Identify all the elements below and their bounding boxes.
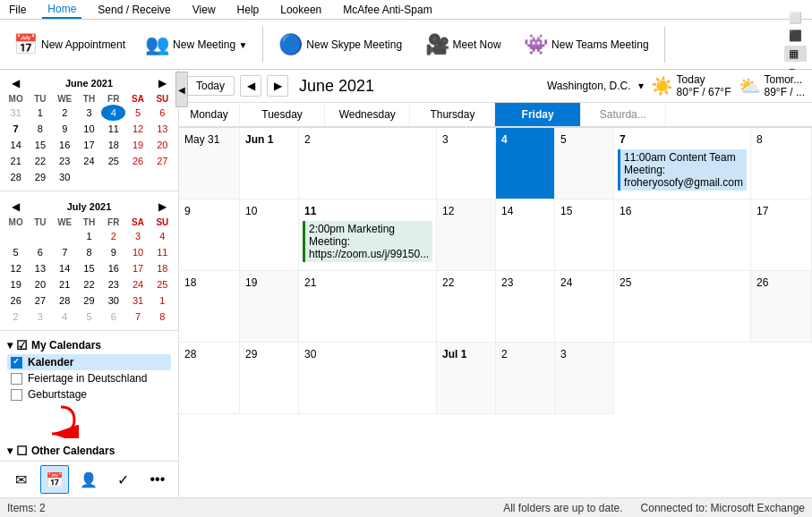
mini-date[interactable]: 26 (4, 292, 28, 309)
calendar-view-week-btn[interactable]: ⬛ (784, 28, 807, 44)
mini-date[interactable]: 7 (53, 244, 77, 260)
mini-date[interactable]: 4 (53, 309, 77, 325)
mini-date[interactable]: 8 (77, 244, 101, 260)
menu-home[interactable]: Home (42, 1, 81, 19)
menu-help[interactable]: Help (232, 2, 265, 18)
event-content-team[interactable]: 11:00am Content Team Meeting: froheryoso… (618, 149, 747, 191)
mini-date[interactable]: 25 (150, 276, 175, 292)
mini-date[interactable]: 14 (53, 260, 77, 276)
mini-date[interactable]: 5 (77, 309, 101, 325)
mini-date[interactable]: 14 (4, 137, 28, 153)
new-meeting-button[interactable]: 👥 New Meeting ▼ (137, 29, 255, 61)
cell-jul2[interactable]: 2 (496, 343, 555, 414)
today-button[interactable]: Today (186, 76, 235, 96)
mini-date[interactable]: 19 (4, 276, 28, 292)
cell-jun1[interactable]: Jun 1 (240, 128, 299, 199)
mini-date[interactable]: 3 (125, 228, 150, 244)
mini-date[interactable]: 12 (4, 260, 28, 276)
mini-date[interactable]: 1 (28, 105, 52, 121)
mini-date[interactable]: 10 (125, 244, 150, 260)
mini-date[interactable]: 11 (101, 121, 125, 137)
mini-date[interactable]: 8 (28, 121, 52, 137)
mini-date[interactable]: 6 (28, 244, 52, 260)
geburtstage-calendar-item[interactable]: Geburtstage (7, 386, 171, 403)
mini-date[interactable]: 7 (4, 121, 28, 137)
mini-date[interactable]: 15 (77, 260, 101, 276)
cell-jun30[interactable]: 30 (299, 343, 437, 414)
feiertage-checkbox[interactable] (11, 373, 22, 385)
mini-date-today[interactable]: 4 (101, 105, 125, 121)
mini-date[interactable]: 22 (77, 276, 101, 292)
my-calendars-header[interactable]: ▾ ☑ My Calendars (7, 336, 171, 354)
mini-date[interactable]: 8 (150, 309, 175, 325)
mini-date[interactable]: 16 (101, 260, 125, 276)
mini-date[interactable]: 31 (4, 105, 28, 121)
cell-jun12[interactable]: 12 (437, 199, 496, 271)
mini-date[interactable]: 13 (150, 121, 175, 137)
cell-jun28[interactable]: 28 (179, 343, 240, 414)
mini-date[interactable]: 6 (150, 105, 175, 121)
cell-may31[interactable]: May 31 (179, 128, 240, 199)
mini-date[interactable]: 7 (125, 309, 150, 325)
calendar-view-month-btn[interactable]: ▦ (784, 46, 807, 62)
feiertage-calendar-item[interactable]: Feiertage in Deutschland (7, 370, 171, 386)
mini-date[interactable]: 17 (77, 137, 101, 153)
mini-date[interactable]: 24 (77, 153, 101, 169)
mini-date[interactable]: 2 (4, 309, 28, 325)
menu-file[interactable]: File (4, 2, 31, 18)
menu-send-receive[interactable]: Send / Receive (92, 2, 175, 18)
cell-jul1[interactable]: Jul 1 (437, 343, 496, 414)
july-next-btn[interactable]: ▶ (155, 199, 171, 215)
mail-nav-btn[interactable]: ✉ (6, 465, 35, 494)
menu-mcafee[interactable]: McAfee Anti-Spam (338, 2, 437, 18)
cell-jun14[interactable]: 14 (496, 199, 555, 271)
mini-date[interactable]: 31 (125, 292, 150, 309)
cell-jun11[interactable]: 11 2:00pm Marketing Meeting: https://zoo… (299, 199, 437, 271)
july-prev-btn[interactable]: ◀ (7, 199, 23, 215)
cell-jun3[interactable]: 3 (437, 128, 496, 199)
cell-jun2[interactable]: 2 (299, 128, 437, 199)
tasks-nav-btn[interactable]: ✓ (109, 465, 138, 494)
cell-jun8[interactable]: 8 (751, 128, 812, 199)
new-teams-button[interactable]: 👾 New Teams Meeting (516, 29, 657, 61)
cell-jun15[interactable]: 15 (555, 199, 614, 271)
mini-date[interactable]: 5 (125, 105, 150, 121)
meet-now-button[interactable]: 🎥 Meet Now (414, 29, 512, 61)
cell-jun23[interactable]: 23 (496, 271, 555, 343)
calendar-view-day-btn[interactable]: ⬜ (784, 10, 807, 26)
event-marketing[interactable]: 2:00pm Marketing Meeting: https://zoom.u… (303, 221, 432, 262)
mini-date[interactable]: 9 (101, 244, 125, 260)
mini-date[interactable]: 13 (28, 260, 52, 276)
cell-jun5[interactable]: 5 (555, 128, 614, 199)
cell-jun7[interactable]: 7 11:00am Content Team Meeting: froheryo… (614, 128, 751, 199)
menu-view[interactable]: View (187, 2, 221, 18)
cell-jun16[interactable]: 16 (614, 199, 751, 271)
cell-jun4[interactable]: 4 (496, 128, 555, 199)
cell-jun9[interactable]: 9 (179, 199, 240, 271)
cell-jun19[interactable]: 19 (240, 271, 299, 343)
mini-date[interactable]: 28 (4, 169, 28, 185)
mini-date[interactable]: 26 (125, 153, 150, 169)
mini-date[interactable]: 10 (77, 121, 101, 137)
mini-date[interactable]: 5 (4, 244, 28, 260)
mini-date[interactable]: 18 (101, 137, 125, 153)
kalender-calendar-item[interactable]: Kalender (7, 354, 171, 370)
mini-date[interactable]: 22 (28, 153, 52, 169)
mini-date[interactable]: 1 (77, 228, 101, 244)
cell-jun21[interactable]: 21 (299, 271, 437, 343)
other-calendars-header[interactable]: ▾ ☐ Other Calendars (7, 442, 171, 460)
menu-lookeen[interactable]: Lookeen (275, 2, 327, 18)
people-nav-btn[interactable]: 👤 (74, 465, 103, 494)
mini-date[interactable]: 24 (125, 276, 150, 292)
cell-jun25[interactable]: 25 (614, 271, 751, 343)
mini-date[interactable]: 23 (101, 276, 125, 292)
mini-date[interactable]: 4 (150, 228, 175, 244)
mini-date[interactable]: 2 (101, 228, 125, 244)
next-period-btn[interactable]: ▶ (267, 75, 288, 97)
cell-jun26[interactable]: 26 (751, 271, 812, 343)
mini-date[interactable]: 15 (28, 137, 52, 153)
more-nav-btn[interactable]: ••• (143, 465, 172, 494)
mini-date[interactable]: 23 (53, 153, 77, 169)
prev-period-btn[interactable]: ◀ (240, 75, 261, 97)
mini-date[interactable]: 27 (150, 153, 175, 169)
